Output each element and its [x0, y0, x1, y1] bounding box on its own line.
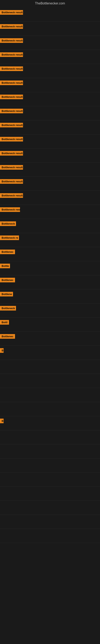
result-row: [0, 430, 100, 444]
result-row: Bottlenec: [0, 332, 100, 346]
result-row: Bottleneck result: [0, 22, 100, 36]
result-row: Bottl: [0, 318, 100, 332]
results-container: Bottleneck resultBottleneck resultBottle…: [0, 8, 100, 543]
bottleneck-badge[interactable]: Bottleneck result: [0, 123, 23, 128]
result-row: [0, 515, 100, 529]
result-row: Bottleneck result: [0, 92, 100, 106]
result-row: Bottleneck result: [0, 36, 100, 50]
result-row: Bottlene: [0, 290, 100, 304]
result-row: Bottle: [0, 261, 100, 275]
bottleneck-badge[interactable]: Bottleneck: [0, 306, 16, 310]
bottleneck-badge[interactable]: Bottleneck resu: [0, 207, 20, 212]
bottleneck-badge[interactable]: Bottleneck result: [0, 109, 23, 113]
result-row: [0, 458, 100, 472]
bottleneck-badge[interactable]: Bottlenec: [0, 334, 15, 339]
bottleneck-badge[interactable]: B: [0, 348, 3, 353]
bottleneck-badge[interactable]: Bottle: [0, 264, 10, 268]
bottleneck-badge[interactable]: Bottleneck result: [0, 94, 23, 99]
result-row: Bottleneck result: [0, 148, 100, 162]
result-row: [0, 529, 100, 543]
bottleneck-badge[interactable]: Bottleneck result: [0, 193, 23, 198]
bottleneck-badge[interactable]: Bottlenec: [0, 278, 15, 282]
result-row: B: [0, 346, 100, 360]
result-row: Bottleneck: [0, 219, 100, 233]
bottleneck-badge[interactable]: Bottl: [0, 320, 9, 324]
result-row: Bottleneck resu: [0, 205, 100, 219]
bottleneck-badge[interactable]: Bottleneck result: [0, 137, 23, 142]
bottleneck-badge[interactable]: Bottleneck re: [0, 236, 19, 240]
result-row: Bottleneck result: [0, 177, 100, 191]
bottleneck-badge[interactable]: Bottlenec: [0, 250, 15, 254]
result-row: [0, 486, 100, 501]
result-row: Bottleneck result: [0, 64, 100, 78]
result-row: Bottleneck result: [0, 162, 100, 177]
result-row: [0, 374, 100, 388]
result-row: [0, 388, 100, 402]
result-row: Bottleneck result: [0, 8, 100, 22]
bottleneck-badge[interactable]: Bottleneck result: [0, 24, 23, 29]
bottleneck-badge[interactable]: B: [0, 418, 3, 423]
bottleneck-badge[interactable]: Bottleneck result: [0, 10, 23, 15]
bottleneck-badge[interactable]: Bottleneck result: [0, 52, 23, 57]
bottleneck-badge[interactable]: Bottleneck: [0, 222, 16, 226]
bottleneck-badge[interactable]: Bottleneck result: [0, 38, 23, 43]
result-row: Bottleneck result: [0, 120, 100, 134]
result-row: [0, 472, 100, 486]
bottleneck-badge[interactable]: Bottleneck result: [0, 66, 23, 71]
result-row: Bottleneck result: [0, 50, 100, 64]
result-row: Bottleneck: [0, 304, 100, 318]
bottleneck-badge[interactable]: Bottleneck result: [0, 151, 23, 156]
result-row: [0, 444, 100, 458]
page-header: TheBottlenecker.com: [0, 0, 100, 8]
result-row: [0, 360, 100, 374]
site-title: TheBottlenecker.com: [35, 2, 65, 5]
result-row: B: [0, 416, 100, 430]
result-row: Bottleneck result: [0, 78, 100, 92]
bottleneck-badge[interactable]: Bottleneck result: [0, 165, 23, 170]
bottleneck-badge[interactable]: Bottlene: [0, 292, 13, 296]
bottleneck-badge[interactable]: Bottleneck result: [0, 80, 23, 85]
bottleneck-badge[interactable]: Bottleneck result: [0, 179, 23, 184]
result-row: Bottleneck result: [0, 134, 100, 148]
result-row: Bottleneck result: [0, 106, 100, 120]
result-row: [0, 402, 100, 416]
result-row: [0, 501, 100, 515]
result-row: Bottlenec: [0, 275, 100, 290]
result-row: Bottleneck re: [0, 233, 100, 247]
result-row: Bottleneck result: [0, 191, 100, 205]
result-row: Bottlenec: [0, 247, 100, 261]
